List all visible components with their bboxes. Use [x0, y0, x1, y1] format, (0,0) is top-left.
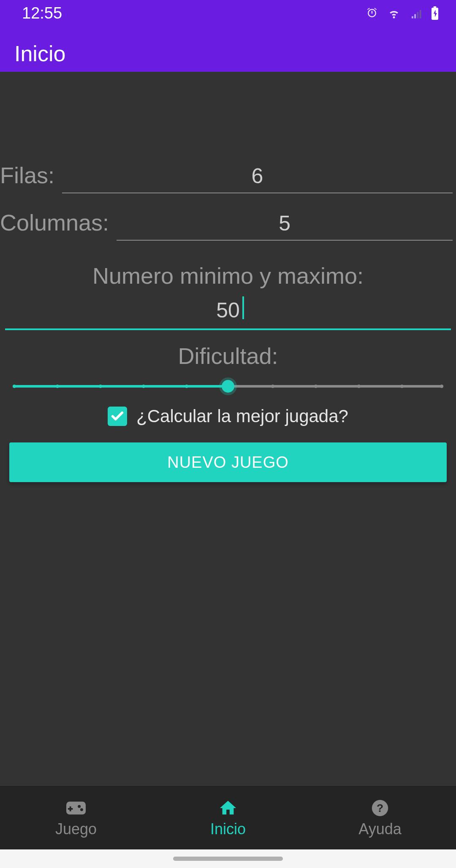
svg-rect-1	[434, 6, 436, 8]
nav-label: Inicio	[210, 820, 246, 838]
nav-item-juego[interactable]: Juego	[0, 787, 152, 849]
slider-tick	[142, 385, 145, 388]
nav-item-inicio[interactable]: Inicio	[152, 787, 304, 849]
cols-row: Columnas:	[0, 209, 456, 241]
wifi-icon	[387, 7, 401, 19]
slider-tick	[314, 385, 318, 388]
main-content: Filas: Columnas: Numero minimo y maximo:…	[0, 72, 456, 786]
status-bar: 12:55	[0, 0, 456, 26]
nav-item-ayuda[interactable]: ? Ayuda	[304, 787, 456, 849]
slider-tick	[185, 385, 188, 388]
slider-tick	[99, 385, 102, 388]
slider-tick	[400, 385, 404, 388]
slider-fill	[13, 385, 228, 388]
minmax-field[interactable]	[5, 293, 451, 330]
svg-point-6	[80, 808, 83, 811]
gesture-pill[interactable]	[173, 857, 283, 861]
nav-label: Ayuda	[358, 820, 401, 838]
slider-tick	[440, 385, 443, 388]
svg-rect-4	[68, 808, 73, 810]
app-title: Inicio	[14, 41, 65, 66]
new-game-button-label: NUEVO JUEGO	[167, 453, 289, 472]
slider-tick	[357, 385, 361, 388]
minmax-input[interactable]	[5, 293, 451, 328]
rows-row: Filas:	[0, 162, 456, 193]
text-cursor	[242, 296, 244, 319]
difficulty-label: Dificultad:	[0, 343, 456, 369]
minmax-label: Numero minimo y maximo:	[0, 263, 456, 289]
cols-input[interactable]	[117, 211, 453, 241]
rows-input[interactable]	[62, 164, 453, 193]
slider-tick	[271, 385, 274, 388]
status-time: 12:55	[22, 4, 62, 22]
gesture-bar	[0, 849, 456, 868]
status-icons	[366, 6, 439, 20]
slider-tick	[13, 385, 16, 388]
gamepad-icon	[66, 798, 86, 818]
alarm-icon	[366, 7, 378, 19]
home-icon	[218, 798, 238, 818]
signal-icon	[410, 7, 422, 19]
bottom-nav: Juego Inicio ? Ayuda	[0, 786, 456, 849]
checkbox-row: ¿Calcular la mejor jugada?	[0, 406, 456, 426]
svg-point-5	[78, 805, 81, 808]
app-bar: Inicio	[0, 26, 456, 72]
checkbox-label: ¿Calcular la mejor jugada?	[136, 406, 348, 426]
new-game-button[interactable]: NUEVO JUEGO	[9, 442, 447, 482]
slider-tick	[56, 385, 59, 388]
rows-label: Filas:	[0, 162, 54, 188]
cols-label: Columnas:	[0, 209, 109, 236]
difficulty-slider[interactable]	[13, 377, 443, 394]
nav-label: Juego	[55, 820, 97, 838]
battery-charging-icon	[431, 6, 439, 20]
slider-thumb[interactable]	[222, 380, 234, 393]
help-icon: ?	[370, 798, 390, 818]
calculate-checkbox[interactable]	[108, 407, 127, 426]
svg-text:?: ?	[377, 801, 383, 814]
